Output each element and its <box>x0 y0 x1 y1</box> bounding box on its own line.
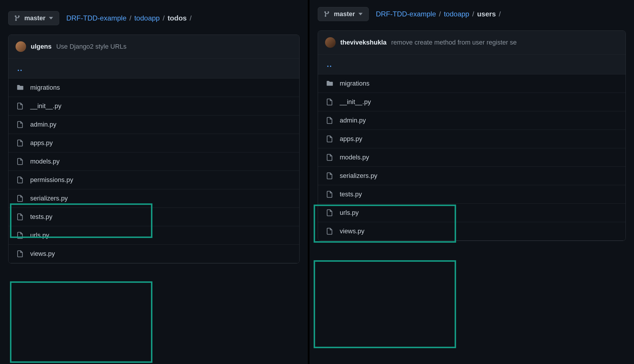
file-icon <box>17 176 24 183</box>
file-name: serializers.py <box>340 172 377 180</box>
file-row[interactable]: __init__.py <box>9 97 299 115</box>
breadcrumb-sep: / <box>128 14 133 22</box>
file-name: urls.py <box>30 232 49 239</box>
commit-message[interactable]: Use Django2 style URLs <box>56 43 127 50</box>
branch-label: master <box>334 10 355 18</box>
commit-message[interactable]: remove create method from user register … <box>391 39 517 46</box>
file-row[interactable]: models.py <box>318 148 625 167</box>
file-name: urls.py <box>340 209 359 217</box>
file-name: tests.py <box>340 190 362 198</box>
breadcrumb-sep: / <box>498 10 502 18</box>
file-icon <box>17 232 24 239</box>
file-icon <box>326 135 333 142</box>
breadcrumb-sep: / <box>438 10 442 18</box>
file-icon <box>17 140 24 147</box>
file-name: models.py <box>30 158 60 165</box>
file-row[interactable]: urls.py <box>318 204 625 222</box>
file-row[interactable]: urls.py <box>9 226 299 245</box>
folder-row[interactable]: migrations <box>318 74 625 93</box>
breadcrumb-path[interactable]: todoapp <box>444 10 469 18</box>
file-row[interactable]: admin.py <box>318 111 625 130</box>
file-icon <box>326 209 333 216</box>
file-name: admin.py <box>340 117 366 124</box>
parent-dir-row[interactable]: .. <box>318 55 625 74</box>
branch-icon <box>14 15 21 21</box>
file-name: permissions.py <box>30 176 73 184</box>
breadcrumb-repo[interactable]: DRF-TDD-example <box>376 10 436 18</box>
file-name: __init__.py <box>340 98 371 106</box>
highlight-box <box>10 281 152 363</box>
panel-users: master DRF-TDD-example / todoapp / users… <box>310 0 634 364</box>
file-row[interactable]: admin.py <box>9 115 299 134</box>
avatar[interactable] <box>325 37 336 48</box>
breadcrumb-sep: / <box>162 14 166 22</box>
file-row[interactable]: tests.py <box>318 185 625 204</box>
file-name: migrations <box>340 80 369 87</box>
file-icon <box>326 117 333 124</box>
file-name: __init__.py <box>30 102 61 110</box>
file-row[interactable]: __init__.py <box>318 93 625 111</box>
file-name: migrations <box>30 84 60 91</box>
file-listing: thevivekshukla remove create method from… <box>318 30 626 241</box>
header-row: master DRF-TDD-example / todoapp / todos… <box>8 11 300 25</box>
parent-dir-row[interactable]: .. <box>9 59 299 79</box>
branch-button[interactable]: master <box>318 7 369 21</box>
highlight-box <box>314 260 456 348</box>
file-icon <box>17 121 24 128</box>
breadcrumb-sep: / <box>471 10 475 18</box>
panel-todos: master DRF-TDD-example / todoapp / todos… <box>0 0 310 364</box>
header-row: master DRF-TDD-example / todoapp / users… <box>318 7 626 21</box>
breadcrumb-repo[interactable]: DRF-TDD-example <box>66 14 126 22</box>
file-icon <box>17 250 24 257</box>
folder-icon <box>17 84 24 91</box>
file-icon <box>326 228 333 235</box>
latest-commit-row[interactable]: thevivekshukla remove create method from… <box>318 31 625 55</box>
file-icon <box>17 195 24 202</box>
file-row[interactable]: permissions.py <box>9 171 299 189</box>
caret-down-icon <box>49 16 53 20</box>
file-listing: ulgens Use Django2 style URLs .. migrati… <box>8 35 300 263</box>
file-name: views.py <box>340 227 364 235</box>
file-name: apps.py <box>340 135 362 143</box>
breadcrumb-current: users <box>477 10 496 18</box>
commit-author[interactable]: thevivekshukla <box>340 39 387 46</box>
branch-icon <box>324 11 330 17</box>
file-name: tests.py <box>30 213 52 221</box>
file-icon <box>326 98 333 106</box>
latest-commit-row[interactable]: ulgens Use Django2 style URLs <box>9 35 299 59</box>
file-icon <box>17 213 24 220</box>
folder-row[interactable]: migrations <box>9 79 299 97</box>
file-icon <box>17 103 24 110</box>
file-row[interactable]: models.py <box>9 152 299 171</box>
file-name: models.py <box>340 154 369 161</box>
breadcrumb-current: todos <box>168 14 187 22</box>
file-name: views.py <box>30 250 55 258</box>
folder-icon <box>326 80 333 87</box>
parent-dir-link[interactable]: .. <box>327 60 332 69</box>
breadcrumb: DRF-TDD-example / todoapp / todos / <box>66 14 193 22</box>
file-row[interactable]: views.py <box>9 245 299 263</box>
branch-button[interactable]: master <box>8 11 59 25</box>
file-row[interactable]: serializers.py <box>9 189 299 208</box>
avatar[interactable] <box>16 41 26 52</box>
branch-label: master <box>24 14 45 22</box>
file-icon <box>326 154 333 161</box>
file-icon <box>326 172 333 179</box>
file-row[interactable]: apps.py <box>9 134 299 152</box>
file-row[interactable]: apps.py <box>318 130 625 148</box>
parent-dir-link[interactable]: .. <box>17 64 23 73</box>
file-row[interactable]: tests.py <box>9 208 299 226</box>
file-icon <box>17 158 24 165</box>
commit-author[interactable]: ulgens <box>31 43 52 50</box>
file-name: admin.py <box>30 121 56 128</box>
file-row[interactable]: views.py <box>318 222 625 241</box>
file-name: apps.py <box>30 139 53 147</box>
breadcrumb: DRF-TDD-example / todoapp / users / <box>376 10 502 18</box>
file-icon <box>326 191 333 198</box>
caret-down-icon <box>358 12 363 16</box>
breadcrumb-sep: / <box>188 14 193 22</box>
file-name: serializers.py <box>30 195 68 202</box>
breadcrumb-path[interactable]: todoapp <box>134 14 160 22</box>
file-row[interactable]: serializers.py <box>318 167 625 185</box>
